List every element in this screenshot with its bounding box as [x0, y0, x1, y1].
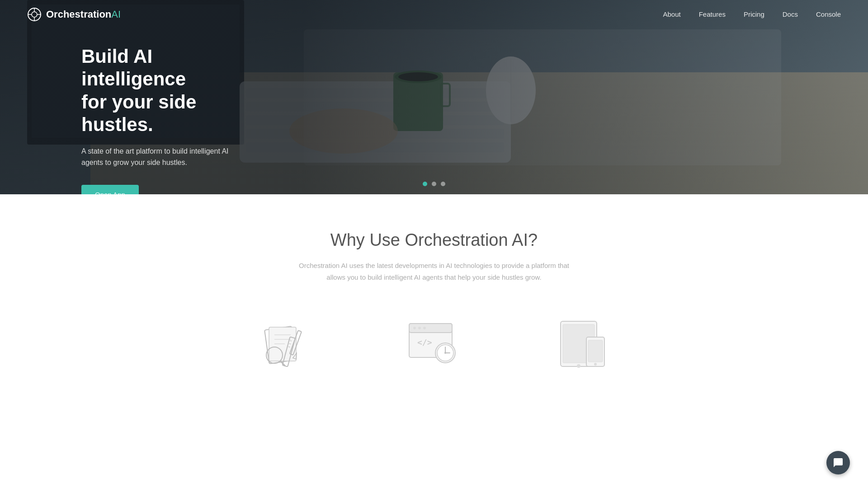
nav-docs[interactable]: Docs: [783, 10, 798, 18]
feature-code: </>: [405, 314, 463, 373]
chat-icon: [833, 457, 844, 468]
carousel-dots: [423, 182, 445, 186]
hero-subtitle: A state of the art platform to build int…: [81, 145, 235, 169]
svg-text:</>: </>: [417, 338, 432, 347]
feature-devices: [554, 314, 613, 373]
why-description: Orchestration AI uses the latest develop…: [294, 260, 574, 283]
hero-title: Build AI intelligence for your side hust…: [81, 45, 235, 136]
chat-button[interactable]: [826, 451, 850, 474]
nav-pricing[interactable]: Pricing: [744, 10, 764, 18]
nav-console[interactable]: Console: [816, 10, 841, 18]
svg-point-39: [418, 327, 421, 329]
nav-links: About Features Pricing Docs Console: [663, 10, 841, 19]
code-icon: </>: [405, 314, 463, 373]
svg-point-49: [577, 364, 580, 368]
carousel-dot-2[interactable]: [432, 182, 436, 186]
devices-icon: [554, 314, 613, 373]
logo-icon: [27, 7, 42, 22]
logo[interactable]: OrchestrationAI: [27, 7, 121, 22]
svg-point-52: [594, 363, 597, 366]
svg-point-46: [444, 352, 446, 354]
planning-icon: [255, 314, 314, 373]
feature-icons-row: </>: [27, 314, 841, 373]
svg-rect-51: [588, 340, 603, 362]
hero-section: Build AI intelligence for your side hust…: [0, 0, 868, 194]
carousel-dot-1[interactable]: [423, 182, 427, 186]
svg-point-38: [413, 327, 416, 329]
nav-features[interactable]: Features: [699, 10, 726, 18]
nav-about[interactable]: About: [663, 10, 681, 18]
hero-content: Build AI intelligence for your side hust…: [0, 0, 316, 194]
svg-point-1: [32, 12, 37, 17]
carousel-dot-3[interactable]: [441, 182, 445, 186]
why-title: Why Use Orchestration AI?: [27, 230, 841, 250]
logo-text: OrchestrationAI: [46, 9, 121, 20]
svg-point-40: [423, 327, 426, 329]
navigation: OrchestrationAI About Features Pricing D…: [0, 0, 868, 29]
why-section: Why Use Orchestration AI? Orchestration …: [0, 194, 868, 400]
open-app-button[interactable]: Open App: [81, 185, 139, 194]
feature-planning: [255, 314, 314, 373]
